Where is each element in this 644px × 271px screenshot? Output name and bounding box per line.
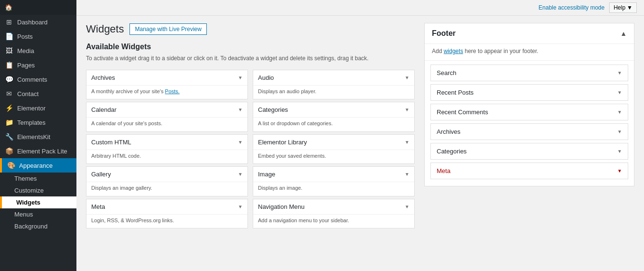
page-title-row: Widgets Manage with Live Preview bbox=[86, 23, 415, 35]
widget-archives: Archives ▼ A monthly archive of your sit… bbox=[86, 70, 248, 99]
media-icon: 🖼 bbox=[5, 47, 13, 54]
widget-elementor-library-chevron: ▼ bbox=[405, 140, 409, 145]
widget-audio-title: Audio bbox=[258, 74, 274, 81]
sidebar-item-label: Pages bbox=[17, 62, 35, 69]
footer-title: Footer bbox=[432, 29, 456, 38]
sidebar-item-contact[interactable]: ✉ Contact bbox=[0, 87, 76, 101]
sidebar-item-dashboard[interactable]: ⊞ Dashboard bbox=[0, 15, 76, 29]
widget-image-desc: Displays an image. bbox=[253, 182, 414, 195]
page-title: Widgets bbox=[86, 23, 124, 35]
footer-desc-link[interactable]: widgets bbox=[444, 48, 463, 54]
sidebar-sub-label: Menus bbox=[14, 211, 33, 218]
sidebar-item-element-pack-lite[interactable]: 📦 Element Pack Lite bbox=[0, 144, 76, 158]
footer-widget-categories-title: Categories bbox=[437, 148, 467, 155]
widget-elementor-library-desc: Embed your saved elements. bbox=[253, 150, 414, 163]
pages-icon: 📋 bbox=[5, 61, 13, 69]
footer-box: Footer ▲ Add widgets here to appear in y… bbox=[424, 23, 634, 186]
widget-archives-chevron: ▼ bbox=[238, 75, 243, 80]
sidebar-sub-background[interactable]: Background bbox=[0, 220, 76, 232]
sidebar-sub-menus[interactable]: Menus bbox=[0, 208, 76, 220]
footer-widget-search-chevron: ▼ bbox=[617, 70, 622, 76]
widget-archives-desc: A monthly archive of your site's Posts. bbox=[86, 85, 247, 99]
widget-calendar-header[interactable]: Calendar ▼ bbox=[86, 102, 247, 117]
widget-calendar-chevron: ▼ bbox=[238, 107, 243, 112]
help-label: Help bbox=[613, 4, 625, 11]
footer-widget-archives-chevron: ▼ bbox=[617, 129, 622, 134]
sidebar-item-templates[interactable]: 📁 Templates bbox=[0, 115, 76, 130]
footer-desc: Add widgets here to appear in your foote… bbox=[425, 44, 634, 61]
sidebar-item-label: Dashboard bbox=[17, 19, 48, 26]
widget-audio-desc: Displays an audio player. bbox=[253, 85, 414, 99]
accessibility-link[interactable]: Enable accessibility mode bbox=[538, 4, 604, 11]
widget-navigation-menu: Navigation Menu ▼ Add a navigation menu … bbox=[253, 199, 415, 228]
widget-image-title: Image bbox=[258, 171, 275, 178]
footer-widget-recent-comments-title: Recent Comments bbox=[437, 108, 488, 116]
widget-image: Image ▼ Displays an image. bbox=[253, 166, 415, 196]
widget-meta-desc: Login, RSS, & WordPress.org links. bbox=[86, 214, 247, 228]
help-chevron-icon: ▼ bbox=[627, 4, 633, 11]
footer-widget-recent-posts[interactable]: Recent Posts ▼ bbox=[430, 84, 628, 101]
widget-custom-html-title: Custom HTML bbox=[91, 139, 131, 146]
widget-gallery-header[interactable]: Gallery ▼ bbox=[86, 167, 247, 182]
sidebar-item-elementor[interactable]: ⚡ Elementor bbox=[0, 101, 76, 115]
sidebar-item-appearance[interactable]: 🎨 Appearance bbox=[0, 158, 76, 173]
footer-widget-search[interactable]: Search ▼ bbox=[430, 65, 628, 81]
footer-widget-recent-comments[interactable]: Recent Comments ▼ bbox=[430, 104, 628, 120]
widget-categories-header[interactable]: Categories ▼ bbox=[253, 102, 414, 117]
widget-elementor-library-title: Elementor Library bbox=[258, 139, 307, 146]
help-button[interactable]: Help ▼ bbox=[609, 2, 637, 13]
sidebar-item-label: Posts bbox=[17, 33, 33, 40]
sidebar-item-comments[interactable]: 💬 Comments bbox=[0, 72, 76, 87]
footer-widget-recent-comments-chevron: ▼ bbox=[617, 109, 622, 115]
footer-collapse-icon[interactable]: ▲ bbox=[620, 30, 627, 37]
sidebar-sub-customize[interactable]: Customize bbox=[0, 184, 76, 196]
sidebar-sub-label: Customize bbox=[14, 187, 43, 194]
sidebar-item-label: Media bbox=[17, 47, 34, 54]
elementor-icon: ⚡ bbox=[5, 104, 13, 112]
footer-widget-meta[interactable]: Meta ▼ bbox=[430, 163, 628, 179]
sidebar-item-label: Appearance bbox=[19, 162, 53, 169]
sidebar-item-media[interactable]: 🖼 Media bbox=[0, 43, 76, 58]
widget-gallery-title: Gallery bbox=[91, 171, 111, 178]
widget-custom-html-header[interactable]: Custom HTML ▼ bbox=[86, 135, 247, 150]
widget-audio-chevron: ▼ bbox=[405, 75, 409, 80]
widget-image-chevron: ▼ bbox=[405, 172, 409, 177]
widget-meta: Meta ▼ Login, RSS, & WordPress.org links… bbox=[86, 199, 248, 228]
sidebar-sub-themes[interactable]: Themes bbox=[0, 173, 76, 184]
widget-calendar-desc: A calendar of your site's posts. bbox=[86, 117, 247, 131]
widget-archives-header[interactable]: Archives ▼ bbox=[86, 70, 247, 85]
sidebar-item-posts[interactable]: 📄 Posts bbox=[0, 29, 76, 43]
sidebar-item-pages[interactable]: 📋 Pages bbox=[0, 58, 76, 72]
sidebar-item-elementskit[interactable]: 🔧 ElementsKit bbox=[0, 130, 76, 144]
footer-widget-recent-posts-chevron: ▼ bbox=[617, 90, 622, 95]
sidebar-sub-widgets[interactable]: Widgets bbox=[0, 196, 76, 208]
live-preview-button[interactable]: Manage with Live Preview bbox=[129, 23, 206, 35]
widget-elementor-library-header[interactable]: Elementor Library ▼ bbox=[253, 135, 414, 150]
posts-icon: 📄 bbox=[5, 33, 13, 40]
widget-categories: Categories ▼ A list or dropdown of categ… bbox=[253, 102, 415, 131]
widget-navigation-menu-chevron: ▼ bbox=[405, 204, 409, 209]
widget-archives-title: Archives bbox=[91, 74, 115, 81]
widget-gallery-desc: Displays an image gallery. bbox=[86, 182, 247, 195]
sidebar-brand: 🏠 bbox=[0, 0, 76, 15]
sidebar-item-label: Elementor bbox=[17, 105, 45, 112]
sidebar-sub-label: Background bbox=[14, 223, 47, 230]
element-pack-icon: 📦 bbox=[5, 147, 13, 155]
sidebar-item-label: Templates bbox=[17, 119, 45, 126]
widget-categories-desc: A list or dropdown of categories. bbox=[253, 117, 414, 131]
dashboard-icon: ⊞ bbox=[5, 18, 13, 26]
widget-meta-header[interactable]: Meta ▼ bbox=[86, 199, 247, 214]
widget-navigation-menu-header[interactable]: Navigation Menu ▼ bbox=[253, 199, 414, 214]
main-area: Enable accessibility mode Help ▼ Widgets… bbox=[76, 0, 644, 271]
footer-widget-archives[interactable]: Archives ▼ bbox=[430, 123, 628, 140]
footer-widget-list: Search ▼ Recent Posts ▼ Recent Comments … bbox=[425, 61, 634, 186]
widget-audio-header[interactable]: Audio ▼ bbox=[253, 70, 414, 85]
right-panel: Footer ▲ Add widgets here to appear in y… bbox=[424, 23, 634, 228]
widget-image-header[interactable]: Image ▼ bbox=[253, 167, 414, 182]
widget-gallery-chevron: ▼ bbox=[238, 172, 243, 177]
widget-categories-title: Categories bbox=[258, 106, 288, 113]
left-panel: Widgets Manage with Live Preview Availab… bbox=[86, 23, 415, 228]
elementskit-icon: 🔧 bbox=[5, 133, 13, 141]
widget-custom-html-desc: Arbitrary HTML code. bbox=[86, 150, 247, 163]
footer-widget-categories[interactable]: Categories ▼ bbox=[430, 143, 628, 160]
